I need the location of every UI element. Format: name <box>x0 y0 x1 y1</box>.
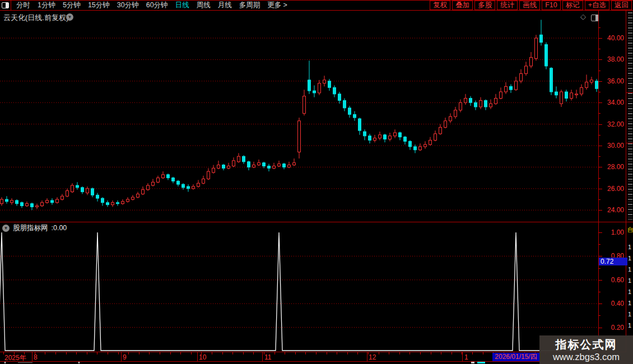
period-tabs: 分时1分钟5分钟15分钟30分钟60分钟日线周线月线多周期更多 > <box>11 1 287 10</box>
period-tab-更多 >[interactable]: 更多 > <box>267 1 287 10</box>
sub-indicator-label-row: ▾ 股朋指标网 :0.00 <box>0 223 67 232</box>
panel-separator[interactable] <box>0 222 633 222</box>
toolbar-button-复权[interactable]: 复权 <box>430 1 450 10</box>
clipped-vertical-text <box>628 12 632 220</box>
price-axis-label: 32.00 <box>599 120 624 128</box>
month-label-9: 9 <box>123 353 127 361</box>
toolbar-action-buttons: 复权叠加多股统计画线F10标记+自选返回 <box>430 1 633 10</box>
price-axis-label: 40.00 <box>599 34 624 42</box>
period-tab-周线[interactable]: 周线 <box>197 1 211 10</box>
indicator-current-value-box: 0.72 <box>599 258 627 265</box>
period-tab-1分钟[interactable]: 1分钟 <box>38 1 55 10</box>
chart-title: 云天化(日线.前复权) <box>3 13 68 23</box>
toolbar-button-叠加[interactable]: 叠加 <box>452 1 473 10</box>
price-axis-label: 36.00 <box>599 77 624 85</box>
current-date-box: 2026/01/15/四 <box>492 353 539 361</box>
period-tab-分时[interactable]: 分时 <box>16 1 30 10</box>
sidebar-highlight-char: 自 <box>627 226 633 234</box>
toolbar-button-统计[interactable]: 统计 <box>497 1 518 10</box>
price-axis-line <box>598 11 599 362</box>
period-tab-60分钟[interactable]: 60分钟 <box>146 1 168 10</box>
split-window-icon <box>2 2 9 8</box>
watermark-title: 指标公式网 <box>556 338 617 351</box>
sub-indicator-chart[interactable] <box>0 222 598 352</box>
indicator-axis-label: 0.40 <box>599 300 624 307</box>
period-tab-日线[interactable]: 日线 <box>175 1 189 10</box>
toolbar-button-F10[interactable]: F10 <box>542 1 561 10</box>
month-label-10: 10 <box>199 353 206 361</box>
period-tab-月线[interactable]: 月线 <box>218 1 232 10</box>
chart-title-row: 云天化(日线.前复权) ▾ ◇ <box>0 11 626 22</box>
price-axis-label: 34.00 <box>599 99 624 106</box>
month-label-8: 8 <box>34 353 38 361</box>
period-toolbar: 分时1分钟5分钟15分钟30分钟60分钟日线周线月线多周期更多 > 复权叠加多股… <box>0 0 633 11</box>
period-tab-多周期[interactable]: 多周期 <box>239 1 260 10</box>
layout-toggle-button[interactable] <box>0 1 11 10</box>
watermark: 指标公式网 www.zbgs3.com <box>539 335 633 364</box>
month-label-12: 12 <box>369 353 376 361</box>
period-tab-5分钟[interactable]: 5分钟 <box>63 1 81 10</box>
chevron-down-icon[interactable]: ▾ <box>66 13 73 21</box>
toolbar-button-标记[interactable]: 标记 <box>562 1 583 10</box>
toolbar-button-画线[interactable]: 画线 <box>519 1 540 10</box>
period-tab-30分钟[interactable]: 30分钟 <box>117 1 139 10</box>
price-axis-label: 28.00 <box>599 163 624 171</box>
toolbar-button-返回[interactable]: 返回 <box>611 1 632 10</box>
sub-indicator-name[interactable]: 股朋指标网 <box>13 223 48 233</box>
indicator-axis-label: 0.60 <box>599 276 624 284</box>
price-axis-label: 24.00 <box>599 206 624 214</box>
month-label-11: 11 <box>264 353 271 361</box>
main-candlestick-chart[interactable] <box>0 22 598 222</box>
clipped-right-sidebar[interactable]: 自 11111111 <box>626 11 633 364</box>
price-axis-label: 38.00 <box>599 55 624 63</box>
clipped-panel-sliver <box>0 362 633 364</box>
toolbar-button-+自选[interactable]: +自选 <box>585 1 609 10</box>
indicator-axis-label: 0.20 <box>599 324 624 332</box>
price-axis-label: 30.00 <box>599 142 624 150</box>
month-label-1: 1 <box>464 353 468 361</box>
chevron-down-icon[interactable]: ▾ <box>2 225 10 232</box>
panel-toggle-icon[interactable] <box>591 15 599 21</box>
toolbar-button-多股[interactable]: 多股 <box>474 1 495 10</box>
tdx-stock-app-window: 分时1分钟5分钟15分钟30分钟60分钟日线周线月线多周期更多 > 复权叠加多股… <box>0 0 633 364</box>
watermark-url: www.zbgs3.com <box>553 351 620 362</box>
sub-indicator-value: :0.00 <box>52 224 67 232</box>
diamond-icon[interactable]: ◇ <box>580 12 586 21</box>
price-axis-label: 26.00 <box>599 185 624 193</box>
period-tab-15分钟[interactable]: 15分钟 <box>88 1 110 10</box>
indicator-axis-label: 1.00 <box>599 228 624 236</box>
